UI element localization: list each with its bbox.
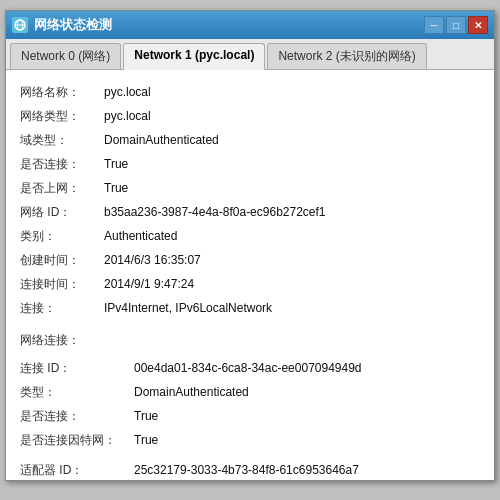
value-category: Authenticated [104, 224, 177, 248]
label-created-time: 创建时间： [20, 248, 100, 272]
value-conn-is-domain: True [134, 428, 158, 452]
value-conn-is-connected: True [134, 404, 158, 428]
row-connection-type: 类型： DomainAuthenticated [20, 380, 480, 404]
connection-section: 连接 ID： 00e4da01-834c-6ca8-34ac-ee0070949… [20, 356, 480, 452]
value-network-name: pyc.local [104, 80, 151, 104]
label-connection-type: 类型： [20, 380, 130, 404]
minimize-button[interactable]: ─ [424, 16, 444, 34]
network-connection-title: 网络连接： [20, 328, 480, 352]
value-domain-type: DomainAuthenticated [104, 128, 219, 152]
title-bar-buttons: ─ □ ✕ [424, 16, 488, 34]
row-category: 类别： Authenticated [20, 224, 480, 248]
adapter-section: 适配器 ID： 25c32179-3033-4b73-84f8-61c69536… [20, 458, 480, 480]
label-connection-id: 连接 ID： [20, 356, 130, 380]
label-connected-time: 连接时间： [20, 272, 100, 296]
label-conn-is-connected: 是否连接： [20, 404, 130, 428]
tab-network0[interactable]: Network 0 (网络) [10, 43, 121, 69]
row-adapter-id: 适配器 ID： 25c32179-3033-4b73-84f8-61c69536… [20, 458, 480, 480]
row-conn-is-connected: 是否连接： True [20, 404, 480, 428]
row-connected-time: 连接时间： 2014/9/1 9:47:24 [20, 272, 480, 296]
tab-network2[interactable]: Network 2 (未识别的网络) [267, 43, 426, 69]
value-connection-id: 00e4da01-834c-6ca8-34ac-ee007094949d [134, 356, 362, 380]
label-category: 类别： [20, 224, 100, 248]
value-is-online: True [104, 176, 128, 200]
tab-bar: Network 0 (网络) Network 1 (pyc.local) Net… [6, 39, 494, 70]
row-connection-id: 连接 ID： 00e4da01-834c-6ca8-34ac-ee0070949… [20, 356, 480, 380]
main-window: 网络状态检测 ─ □ ✕ Network 0 (网络) Network 1 (p… [5, 10, 495, 481]
label-network-name: 网络名称： [20, 80, 100, 104]
value-network-id: b35aa236-3987-4e4a-8f0a-ec96b272cef1 [104, 200, 326, 224]
row-created-time: 创建时间： 2014/6/3 16:35:07 [20, 248, 480, 272]
value-connection-type: DomainAuthenticated [134, 380, 249, 404]
row-network-id: 网络 ID： b35aa236-3987-4e4a-8f0a-ec96b272c… [20, 200, 480, 224]
label-network-id: 网络 ID： [20, 200, 100, 224]
row-network-name: 网络名称： pyc.local [20, 80, 480, 104]
label-connectivity: 连接： [20, 296, 100, 320]
label-adapter-id: 适配器 ID： [20, 458, 130, 480]
value-network-type: pyc.local [104, 104, 151, 128]
value-created-time: 2014/6/3 16:35:07 [104, 248, 201, 272]
window-title: 网络状态检测 [34, 16, 424, 34]
content-area: 网络名称： pyc.local 网络类型： pyc.local 域类型： Dom… [6, 70, 494, 480]
row-is-connected: 是否连接： True [20, 152, 480, 176]
label-network-type: 网络类型： [20, 104, 100, 128]
window-icon [12, 17, 28, 33]
label-conn-is-domain: 是否连接因特网： [20, 428, 130, 452]
close-button[interactable]: ✕ [468, 16, 488, 34]
value-connected-time: 2014/9/1 9:47:24 [104, 272, 194, 296]
tab-network1[interactable]: Network 1 (pyc.local) [123, 43, 265, 70]
row-connectivity: 连接： IPv4Internet, IPv6LocalNetwork [20, 296, 480, 320]
row-is-online: 是否上网： True [20, 176, 480, 200]
value-is-connected: True [104, 152, 128, 176]
row-network-type: 网络类型： pyc.local [20, 104, 480, 128]
label-domain-type: 域类型： [20, 128, 100, 152]
row-domain-type: 域类型： DomainAuthenticated [20, 128, 480, 152]
label-is-online: 是否上网： [20, 176, 100, 200]
restore-button[interactable]: □ [446, 16, 466, 34]
value-connectivity: IPv4Internet, IPv6LocalNetwork [104, 296, 272, 320]
title-bar: 网络状态检测 ─ □ ✕ [6, 11, 494, 39]
label-is-connected: 是否连接： [20, 152, 100, 176]
value-adapter-id: 25c32179-3033-4b73-84f8-61c6953646a7 [134, 458, 359, 480]
row-conn-is-domain: 是否连接因特网： True [20, 428, 480, 452]
